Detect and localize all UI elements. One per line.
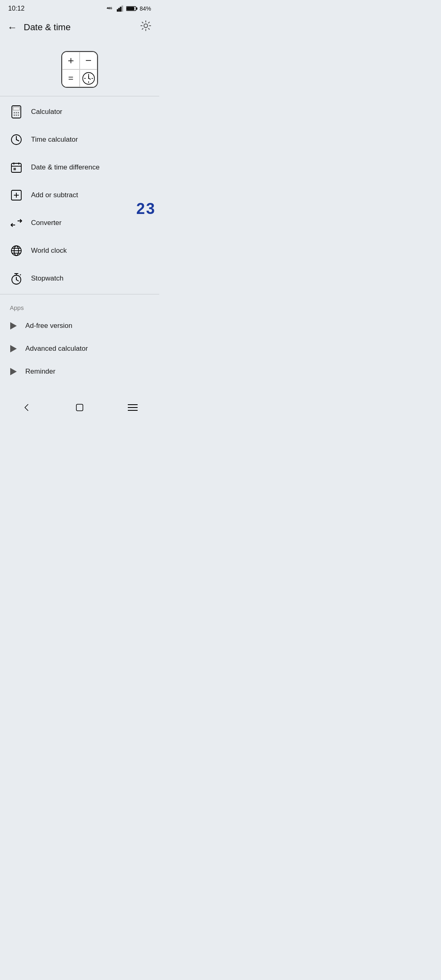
converter-label: Converter [31,219,62,227]
svg-point-21 [14,115,15,116]
signal-icon: ⁴⁶ᴳ [107,5,115,12]
play-icon-1 [10,322,17,330]
svg-rect-3 [120,7,121,11]
time-calculator-label: Time calculator [31,136,78,144]
menu-item-time-calculator[interactable]: Time calculator [0,126,159,154]
side-digit: 23 [133,196,159,222]
status-icons: ⁴⁶ᴳ 84% [107,5,151,12]
minus-cell: − [80,52,97,69]
app-icon-area: + − = [0,41,159,96]
nav-menu-button[interactable] [118,401,147,414]
menu-item-date-diff[interactable]: Date & time difference [0,154,159,181]
svg-rect-48 [76,404,83,411]
svg-point-19 [16,112,17,114]
status-time: 10:12 [8,5,24,12]
battery-level: 84% [140,5,151,12]
nav-bar [0,393,159,424]
calendar-icon [10,161,23,174]
play-icon-3 [10,368,17,375]
settings-icon[interactable] [140,20,152,35]
svg-line-26 [16,140,19,141]
calculator-label: Calculator [31,108,62,116]
svg-rect-1 [117,9,118,11]
menu-item-stopwatch[interactable]: Stopwatch [0,265,159,292]
svg-rect-31 [13,168,16,170]
menu-list: Calculator Time calculator Date & time d… [0,96,159,294]
svg-text:⁴⁶ᴳ: ⁴⁶ᴳ [107,7,112,11]
advanced-calc-label: Advanced calculator [25,345,88,353]
page-title: Date & time [24,22,71,33]
calculator-icon [10,105,23,118]
world-clock-label: World clock [31,247,67,255]
converter-icon [10,216,23,229]
nav-home-button[interactable] [65,400,94,415]
apps-section: Apps Ad-free version Advanced calculator… [0,294,159,385]
clock-cell [80,69,97,87]
reminder-label: Reminder [25,368,56,376]
svg-rect-6 [136,8,137,10]
ad-free-label: Ad-free version [25,322,72,330]
app-item-reminder[interactable]: Reminder [0,360,159,383]
add-box-icon [10,189,23,202]
stopwatch-icon [10,272,23,285]
svg-rect-27 [11,163,21,172]
svg-point-20 [18,112,19,114]
add-subtract-label: Add or subtract [31,191,78,199]
equals-cell: = [62,69,80,87]
menu-item-calculator[interactable]: Calculator [0,98,159,126]
status-bar: 10:12 ⁴⁶ᴳ 84% [0,0,159,16]
menu-item-world-clock[interactable]: World clock [0,237,159,265]
svg-line-47 [20,274,21,275]
svg-point-23 [18,115,19,116]
svg-point-22 [16,115,17,116]
battery-icon [126,6,138,11]
nav-back-button[interactable] [12,399,41,416]
svg-line-46 [16,280,18,281]
svg-rect-4 [122,6,123,11]
svg-rect-17 [13,107,20,110]
svg-point-8 [144,24,148,28]
signal-bars-icon [117,5,124,12]
svg-rect-7 [127,7,134,10]
play-icon-2 [10,345,17,352]
header-left: ← Date & time [7,22,71,33]
svg-point-18 [14,112,15,114]
date-diff-label: Date & time difference [31,163,100,172]
app-item-ad-free[interactable]: Ad-free version [0,314,159,337]
plus-cell: + [62,52,80,69]
globe-icon [10,244,23,257]
svg-line-15 [89,78,91,79]
back-button[interactable]: ← [7,22,17,33]
app-item-advanced-calc[interactable]: Advanced calculator [0,337,159,360]
time-calculator-icon [10,133,23,146]
svg-rect-2 [118,8,120,11]
header: ← Date & time [0,16,159,41]
app-logo: + − = [61,51,98,88]
apps-section-label: Apps [0,296,159,314]
stopwatch-label: Stopwatch [31,274,63,283]
